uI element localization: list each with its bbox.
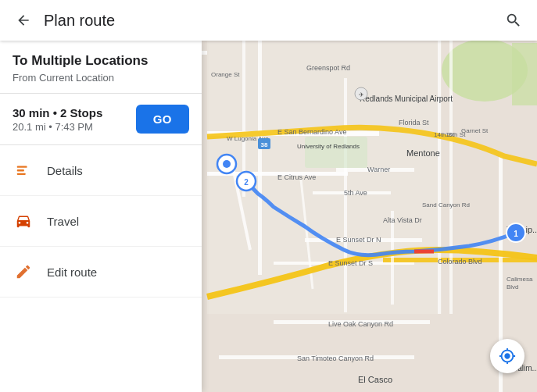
- svg-text:Orange St: Orange St: [211, 71, 240, 78]
- back-button[interactable]: [9, 6, 38, 34]
- menu-item-edit-route[interactable]: Edit route: [0, 247, 202, 298]
- menu-item-details[interactable]: Details: [0, 145, 202, 196]
- svg-text:Sand Canyon Rd: Sand Canyon Rd: [422, 201, 470, 208]
- route-distance-eta: 20.1 mi • 7:43 PM: [13, 121, 102, 133]
- svg-rect-17: [258, 41, 262, 275]
- travel-label: Travel: [47, 215, 79, 228]
- destination-title: To Multiple Locations: [13, 53, 189, 69]
- route-stats: 30 min • 2 Stops 20.1 mi • 7:43 PM: [13, 106, 102, 133]
- svg-rect-68: [17, 166, 27, 168]
- svg-rect-21: [449, 41, 453, 314]
- svg-text:38: 38: [261, 141, 268, 148]
- svg-text:Warner: Warner: [367, 166, 390, 173]
- svg-text:1: 1: [514, 230, 518, 238]
- svg-text:2: 2: [244, 178, 249, 187]
- svg-text:E Sunset Dr S: E Sunset Dr S: [328, 259, 373, 267]
- svg-text:Greenspot Rd: Greenspot Rd: [306, 64, 350, 72]
- travel-icon: [13, 210, 34, 232]
- svg-rect-70: [17, 173, 26, 175]
- my-location-button[interactable]: [490, 339, 524, 373]
- menu-item-travel[interactable]: Travel: [0, 196, 202, 247]
- svg-text:Alta Vista Dr: Alta Vista Dr: [383, 216, 422, 224]
- header: Plan route: [0, 0, 537, 41]
- svg-rect-20: [438, 41, 441, 314]
- svg-point-66: [223, 160, 231, 168]
- svg-text:Florida St: Florida St: [399, 119, 429, 127]
- svg-text:E Sunset Dr N: E Sunset Dr N: [336, 236, 381, 244]
- svg-text:Blvd: Blvd: [507, 283, 519, 290]
- svg-text:E San Bernardino Ave: E San Bernardino Ave: [277, 128, 346, 136]
- side-panel: To Multiple Locations From Current Locat…: [0, 41, 202, 392]
- page-title: Plan route: [44, 12, 499, 30]
- edit-route-label: Edit route: [47, 265, 97, 279]
- details-icon: [13, 159, 34, 181]
- svg-text:Mentone: Mentone: [406, 148, 440, 158]
- svg-rect-69: [17, 169, 24, 171]
- details-label: Details: [47, 164, 83, 177]
- svg-rect-2: [512, 43, 537, 105]
- edit-route-icon: [13, 261, 34, 283]
- route-time: 30 min • 2 Stops: [13, 106, 102, 119]
- svg-rect-49: [305, 137, 367, 168]
- route-header: To Multiple Locations From Current Locat…: [0, 41, 202, 94]
- search-button[interactable]: [499, 6, 528, 34]
- svg-text:16th St: 16th St: [446, 131, 466, 138]
- svg-text:✈: ✈: [359, 91, 364, 98]
- svg-rect-22: [391, 211, 394, 305]
- svg-text:Redlands Municipal Airport: Redlands Municipal Airport: [360, 94, 453, 103]
- svg-text:E Citrus Ave: E Citrus Ave: [277, 173, 316, 181]
- svg-text:El Casco: El Casco: [358, 375, 392, 384]
- origin-label: From Current Location: [13, 72, 189, 84]
- svg-text:University of Redlands: University of Redlands: [297, 143, 360, 150]
- go-button[interactable]: GO: [136, 105, 189, 134]
- svg-text:San Timoteo Canyon Rd: San Timoteo Canyon Rd: [297, 355, 374, 362]
- svg-text:5th Ave: 5th Ave: [344, 189, 367, 197]
- route-info-row: 30 min • 2 Stops 20.1 mi • 7:43 PM GO: [0, 94, 202, 145]
- svg-text:Calimesa: Calimesa: [507, 276, 533, 283]
- svg-text:Colorado Blvd: Colorado Blvd: [438, 258, 482, 265]
- svg-text:Live Oak Canyon Rd: Live Oak Canyon Rd: [328, 320, 393, 328]
